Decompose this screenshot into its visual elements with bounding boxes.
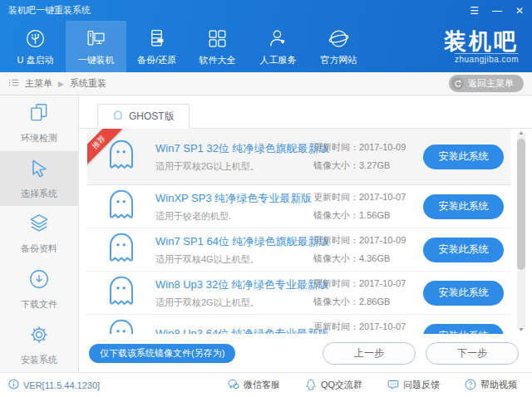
support-icon — [267, 27, 289, 50]
scrollbar[interactable]: ▲ ▼ — [517, 131, 525, 331]
system-title: Win8 Up3 64位 纯净绿色专业最新版 — [155, 326, 313, 334]
tab-ghost[interactable]: GHOST版 — [97, 104, 190, 129]
scroll-up-icon[interactable]: ▲ — [517, 130, 525, 136]
monitor-check-icon — [27, 101, 51, 126]
nav-item-label: 一键装机 — [78, 54, 115, 66]
breadcrumb-root[interactable]: 主菜单 — [25, 77, 52, 90]
wechat-support-link[interactable]: 微信客服 — [228, 379, 280, 392]
image-size: 镜像大小：3.27GB — [313, 159, 415, 172]
updated-time: 更新时间：2017-10-07 — [313, 191, 415, 203]
sidebar-item-download-files[interactable]: 下载文件 — [0, 262, 78, 317]
gear-icon — [27, 323, 51, 348]
sidebar: 环境检测 选择系统 备份资料 下载文件 安装系统 — [0, 96, 79, 372]
action-bar: 仅下载该系统镜像文件(另存为) 上一步 下一步 — [79, 334, 532, 372]
updated-time: 更新时间：2017-10-09 — [313, 234, 415, 247]
nav-item-label: U 盘启动 — [17, 54, 54, 66]
back-button-label: 返回主菜单 — [468, 77, 514, 90]
system-title: WinXP SP3 纯净绿色专业最新版 — [155, 191, 312, 206]
download-icon — [27, 267, 51, 292]
system-row[interactable]: Win8 Up3 32位 纯净绿色专业最新版 适用于双核2G以上机型。 更新时间… — [87, 272, 510, 315]
brand-logo: 装机吧 zhuangjiba.com — [444, 21, 519, 72]
nav-item-backup-restore[interactable]: 备份/还原 — [126, 21, 187, 72]
titlebar: 装机吧一键重装系统 ☰ — ✕ — [0, 0, 532, 21]
close-button[interactable]: ✕ — [515, 6, 524, 16]
system-row[interactable]: WinXP SP3 纯净绿色专业最新版 适用于较老的机型. 更新时间：2017-… — [87, 185, 510, 228]
image-size: 镜像大小：4.36GB — [313, 252, 415, 265]
info-icon — [8, 379, 19, 391]
install-button[interactable]: 安装此系统 — [423, 194, 504, 219]
tab-bar: GHOST版 — [79, 96, 532, 129]
sidebar-item-select-system[interactable]: 选择系统 — [0, 151, 78, 207]
system-subtitle: 适用于较老的机型. — [155, 210, 312, 223]
ghost-icon — [102, 272, 140, 314]
system-title: Win8 Up3 32位 纯净绿色专业最新版 — [155, 277, 313, 292]
previous-step-button[interactable]: 上一步 — [323, 342, 416, 365]
updated-time: 更新时间：2017-10-07 — [313, 277, 415, 290]
breadcrumb: 主菜单 ▶ 系统重装 返回主菜单 — [0, 72, 532, 96]
install-button[interactable]: 安装此系统 — [423, 145, 504, 169]
nav-item-website[interactable]: 官方网站 — [308, 21, 369, 72]
breadcrumb-current: 系统重装 — [70, 77, 106, 90]
sidebar-item-label: 安装系统 — [21, 354, 57, 366]
system-row[interactable]: 推荐 Win7 SP1 32位 纯净绿色旗舰最新版 适用于双核2G以上机型。 更… — [87, 129, 510, 185]
qq-icon — [305, 379, 317, 392]
image-size: 镜像大小：1.56GB — [313, 209, 415, 222]
backup-icon — [145, 27, 168, 50]
ghost-icon — [102, 229, 140, 271]
nav-item-label: 软件大全 — [200, 54, 236, 66]
install-button[interactable]: 安装此系统 — [423, 281, 504, 306]
app-window: 装机吧一键重装系统 ☰ — ✕ U 盘启动 一键装机 备份/还原 软件 — [0, 0, 532, 397]
sidebar-item-env-check[interactable]: 环境检测 — [0, 96, 78, 151]
nav-item-software[interactable]: 软件大全 — [187, 21, 248, 72]
next-step-button[interactable]: 下一步 — [426, 342, 519, 365]
list-icon — [8, 77, 19, 90]
system-subtitle: 适用于双核2G以上机型。 — [155, 297, 313, 309]
ghost-icon — [102, 186, 140, 228]
feedback-icon — [387, 379, 399, 392]
minimize-button[interactable]: — — [492, 6, 502, 16]
image-size: 镜像大小：2.86GB — [313, 296, 415, 308]
sidebar-item-install-system[interactable]: 安装系统 — [0, 316, 78, 372]
usb-icon — [24, 27, 47, 50]
sidebar-item-backup-data[interactable]: 备份资料 — [0, 206, 78, 262]
return-arrow-icon — [451, 77, 464, 90]
system-row[interactable]: Win7 SP1 64位 纯净绿色旗舰最新版 适用于双核4G以上机型。 更新时间… — [87, 228, 510, 272]
status-link-label: 帮助视频 — [480, 379, 517, 391]
nav-item-one-key-install[interactable]: 一键装机 — [66, 21, 126, 72]
header: 装机吧一键重装系统 ☰ — ✕ U 盘启动 一键装机 备份/还原 软件 — [0, 0, 532, 72]
back-to-menu-button[interactable]: 返回主菜单 — [449, 75, 524, 92]
sidebar-item-label: 环境检测 — [21, 132, 57, 145]
nav-item-label: 官方网站 — [321, 54, 357, 66]
install-button[interactable]: 安装此系统 — [423, 324, 504, 335]
nav-item-support[interactable]: 人工服务 — [248, 21, 308, 72]
help-video-link[interactable]: 帮助视频 — [465, 379, 517, 392]
menu-icon[interactable]: ☰ — [470, 6, 479, 16]
scroll-down-icon[interactable]: ▼ — [517, 326, 525, 333]
logo-text: 装机吧 — [444, 30, 519, 53]
download-only-button[interactable]: 仅下载该系统镜像文件(另存为) — [89, 344, 235, 363]
qq-group-link[interactable]: QQ交流群 — [305, 379, 362, 392]
version-text: VER[11.5.44.1230] — [23, 380, 100, 390]
system-subtitle: 适用于双核4G以上机型。 — [155, 253, 313, 266]
sidebar-item-label: 备份资料 — [21, 243, 57, 255]
cursor-icon — [27, 157, 51, 182]
apps-icon — [206, 27, 229, 50]
content-area: 环境检测 选择系统 备份资料 下载文件 安装系统 — [0, 96, 532, 372]
computer-icon — [85, 27, 107, 50]
scrollbar-thumb[interactable] — [517, 139, 525, 270]
help-icon — [465, 379, 476, 392]
sidebar-item-label: 下载文件 — [21, 298, 57, 311]
ghost-icon — [102, 316, 140, 335]
version-info: VER[11.5.44.1230] — [8, 379, 100, 391]
nav-item-label: 备份/还原 — [137, 54, 176, 66]
status-bar: VER[11.5.44.1230] 微信客服 QQ交流群 问题反馈 帮助视频 — [0, 372, 532, 397]
window-title: 装机吧一键重装系统 — [8, 4, 91, 17]
tab-label: GHOST版 — [129, 110, 175, 124]
system-title: Win7 SP1 64位 纯净绿色旗舰最新版 — [155, 234, 313, 249]
system-title: Win7 SP1 32位 纯净绿色旗舰最新版 — [155, 141, 313, 156]
system-row[interactable]: Win8 Up3 64位 纯净绿色专业最新版 更新时间：2017-10-07 镜… — [87, 315, 510, 334]
install-button[interactable]: 安装此系统 — [423, 238, 504, 262]
system-subtitle: 适用于双核2G以上机型。 — [155, 160, 313, 173]
feedback-link[interactable]: 问题反馈 — [387, 379, 440, 392]
nav-item-usb-boot[interactable]: U 盘启动 — [5, 21, 66, 72]
